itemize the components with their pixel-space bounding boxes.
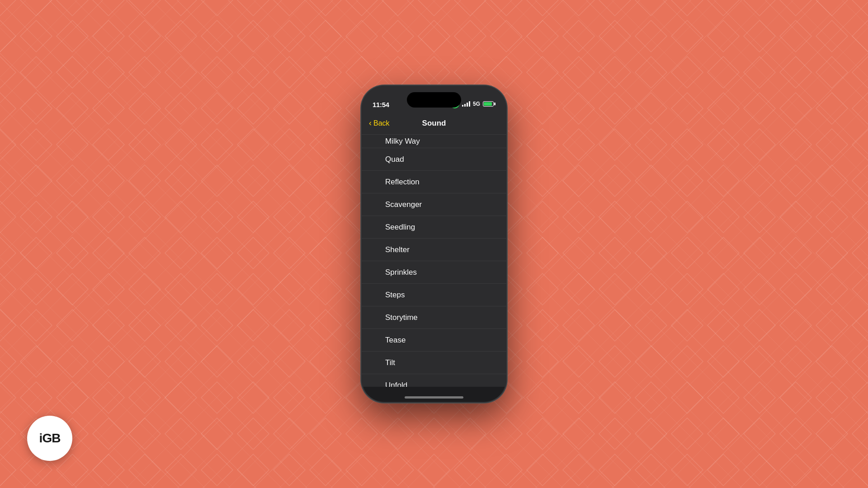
list-item-tease[interactable]: Tease (362, 329, 506, 352)
list-item-scavenger[interactable]: Scavenger (362, 193, 506, 216)
list-item-reflection[interactable]: Reflection (362, 171, 506, 193)
list-item-seedling[interactable]: Seedling (362, 216, 506, 239)
home-indicator (405, 396, 463, 399)
item-label-milky-way: Milky Way (385, 137, 420, 146)
phone-frame: 11:54 5G (362, 86, 506, 402)
list-item-tilt[interactable]: Tilt (362, 352, 506, 374)
back-button[interactable]: ‹ Back (369, 118, 390, 128)
status-time: 11:54 (373, 101, 389, 108)
item-label-steps: Steps (385, 291, 405, 300)
dynamic-island (407, 92, 461, 108)
list-item-unfold[interactable]: Unfold (362, 374, 506, 387)
list-item-milky-way[interactable]: Milky Way (362, 135, 506, 148)
back-chevron-icon: ‹ (369, 118, 372, 128)
phone-mockup: 11:54 5G (362, 86, 506, 402)
list-item-sprinkles[interactable]: Sprinkles (362, 261, 506, 284)
item-label-tease: Tease (385, 336, 406, 345)
list-item-storytime[interactable]: Storytime (362, 306, 506, 329)
igb-logo-text: iGB (39, 431, 61, 446)
item-label-sprinkles: Sprinkles (385, 268, 417, 277)
item-label-unfold: Unfold (385, 381, 407, 387)
list-item-steps[interactable]: Steps (362, 284, 506, 306)
item-label-scavenger: Scavenger (385, 200, 422, 209)
sound-list: Milky Way Quad Reflection Scavenger (362, 135, 506, 387)
list-item-quad[interactable]: Quad (362, 148, 506, 171)
igb-logo: iGB (27, 416, 72, 461)
item-label-shelter: Shelter (385, 245, 410, 254)
item-label-storytime: Storytime (385, 313, 418, 322)
page-title: Sound (422, 119, 446, 128)
content-area: Milky Way Quad Reflection Scavenger (362, 135, 506, 387)
signal-bars (462, 101, 470, 107)
item-label-quad: Quad (385, 155, 404, 164)
list-item-shelter[interactable]: Shelter (362, 239, 506, 261)
item-label-seedling: Seedling (385, 223, 415, 232)
battery-icon (483, 101, 495, 107)
navigation-bar: ‹ Back Sound (362, 112, 506, 135)
back-label: Back (373, 119, 390, 127)
network-type: 5G (473, 101, 480, 107)
item-label-tilt: Tilt (385, 358, 395, 367)
item-label-reflection: Reflection (385, 178, 420, 187)
